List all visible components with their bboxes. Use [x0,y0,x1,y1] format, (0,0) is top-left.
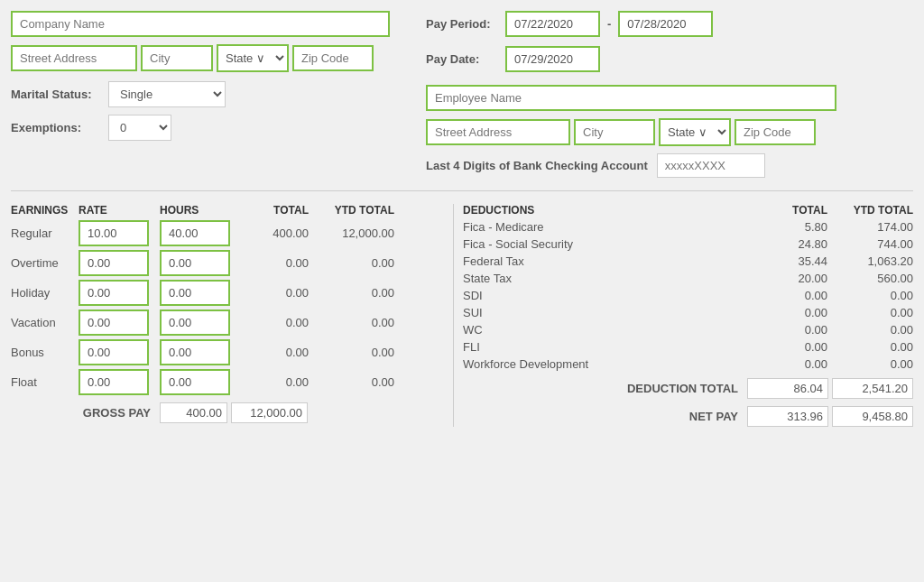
pay-date-row: Pay Date: [426,46,913,72]
earnings-hours-header: HOURS [160,204,241,217]
deduction-row: Federal Tax 35.44 1,063.20 [463,254,913,268]
earnings-category-header: EARNINGS [11,204,79,217]
earnings-rate-input[interactable] [79,250,149,276]
deductions-category-header: DEDUCTIONS [463,204,751,217]
pay-period-dash: - [607,17,611,31]
gross-total: 400.00 [160,402,227,423]
earnings-row-name: Overtime [11,256,79,270]
deduction-row-ytd: 744.00 [832,237,913,251]
earnings-row: Regular 400.00 12,000.00 [11,220,435,246]
earnings-hours-input[interactable] [160,220,230,246]
company-city-input[interactable] [141,45,213,71]
earnings-rate-header: RATE [79,204,160,217]
deduction-row: FLI 0.00 0.00 [463,340,913,354]
deduction-row: State Tax 20.00 560.00 [463,272,913,285]
pay-period-from[interactable] [505,11,600,37]
deduction-row-total: 0.00 [751,340,832,354]
earnings-hours-input[interactable] [160,250,230,276]
marital-status-select[interactable]: Single Married Head of Household [108,81,226,107]
net-pay-total: 313.96 [747,406,828,427]
earnings-total-header: TOTAL [241,204,313,217]
deduction-row-name: FLI [463,340,751,354]
pay-date-input[interactable] [505,46,600,72]
employee-name-input[interactable] [426,85,836,111]
earnings-hours-input[interactable] [160,280,230,306]
deduction-row-total: 0.00 [751,289,832,302]
employee-zip-input[interactable] [735,119,816,145]
earnings-rate-input[interactable] [79,220,149,246]
deduction-row-ytd: 0.00 [832,357,913,371]
earnings-row: Bonus 0.00 0.00 [11,339,435,365]
deduction-row-total: 0.00 [751,323,832,337]
gross-ytd: 12,000.00 [231,402,308,423]
earnings-rate-input[interactable] [79,339,149,365]
net-pay-ytd: 9,458.80 [832,406,913,427]
earnings-ytd-header: YTD TOTAL [313,204,394,217]
gross-pay-label: GROSS PAY [11,406,160,420]
deduction-row: SUI 0.00 0.00 [463,306,913,319]
deduction-row-ytd: 174.00 [832,220,913,234]
deductions-ytd-header: YTD TOTAL [832,204,913,217]
deduction-row-ytd: 0.00 [832,289,913,302]
deductions-section: DEDUCTIONS TOTAL YTD TOTAL Fica - Medica… [453,204,913,427]
exemptions-label: Exemptions: [11,121,101,134]
deduction-ytd-value: 2,541.20 [832,378,913,399]
marital-status-label: Marital Status: [11,88,101,101]
deduction-row: SDI 0.00 0.00 [463,289,913,302]
net-pay-row: NET PAY 313.96 9,458.80 [463,406,913,427]
deductions-total-header: TOTAL [751,204,832,217]
deduction-row-ytd: 0.00 [832,340,913,354]
employee-state-select[interactable]: State ∨ [659,118,731,146]
deduction-row-ytd: 0.00 [832,306,913,319]
net-pay-label: NET PAY [463,410,747,423]
earnings-row-name: Holiday [11,286,79,300]
pay-period-to[interactable] [618,11,713,37]
pay-period-label: Pay Period: [426,17,498,31]
deduction-total-label: DEDUCTION TOTAL [463,382,747,395]
earnings-hours-input[interactable] [160,369,230,395]
company-street-input[interactable] [11,45,137,71]
deduction-total-row: DEDUCTION TOTAL 86.04 2,541.20 [463,378,913,399]
deduction-row: Fica - Medicare 5.80 174.00 [463,220,913,234]
company-name-input[interactable] [11,11,390,37]
exemptions-row: Exemptions: 0 1 2 3 [11,115,408,141]
deduction-total-value: 86.04 [747,378,828,399]
deduction-row-total: 5.80 [751,220,832,234]
deduction-row-ytd: 1,063.20 [832,254,913,268]
deduction-row-total: 0.00 [751,306,832,319]
earnings-row-name: Bonus [11,346,79,359]
pay-period-row: Pay Period: - [426,11,913,37]
deduction-row-total: 35.44 [751,254,832,268]
employee-street-input[interactable] [426,119,570,145]
earnings-hours-input[interactable] [160,339,230,365]
earnings-rate-input[interactable] [79,369,149,395]
deduction-row-name: SDI [463,289,751,302]
earnings-row-name: Float [11,375,79,389]
earnings-row: Vacation 0.00 0.00 [11,309,435,336]
exemptions-select[interactable]: 0 1 2 3 [108,115,171,141]
bank-row: Last 4 Digits of Bank Checking Account [426,153,913,178]
deduction-row-name: SUI [463,306,751,319]
bank-input[interactable] [657,153,765,178]
earnings-rate-input[interactable] [79,309,149,336]
deduction-row-name: WC [463,323,751,337]
earnings-row: Overtime 0.00 0.00 [11,250,435,276]
bank-label: Last 4 Digits of Bank Checking Account [426,159,648,172]
pay-date-label: Pay Date: [426,52,498,66]
company-address-row: State ∨ [11,44,408,72]
company-state-select[interactable]: State ∨ [217,44,289,72]
earnings-row-name: Vacation [11,316,79,329]
earnings-rate-input[interactable] [79,280,149,306]
deduction-row-name: Fica - Social Security [463,237,751,251]
employee-city-input[interactable] [574,119,655,145]
gross-pay-row: GROSS PAY 400.00 12,000.00 [11,402,435,423]
company-zip-input[interactable] [292,45,374,71]
deduction-row-ytd: 0.00 [832,323,913,337]
earnings-section: EARNINGS RATE HOURS TOTAL YTD TOTAL Regu… [11,204,453,427]
deduction-row: Fica - Social Security 24.80 744.00 [463,237,913,251]
marital-status-row: Marital Status: Single Married Head of H… [11,81,408,107]
earnings-hours-input[interactable] [160,309,230,336]
deduction-row-name: Workforce Development [463,357,751,371]
deduction-row-name: State Tax [463,272,751,285]
deduction-row: Workforce Development 0.00 0.00 [463,357,913,371]
